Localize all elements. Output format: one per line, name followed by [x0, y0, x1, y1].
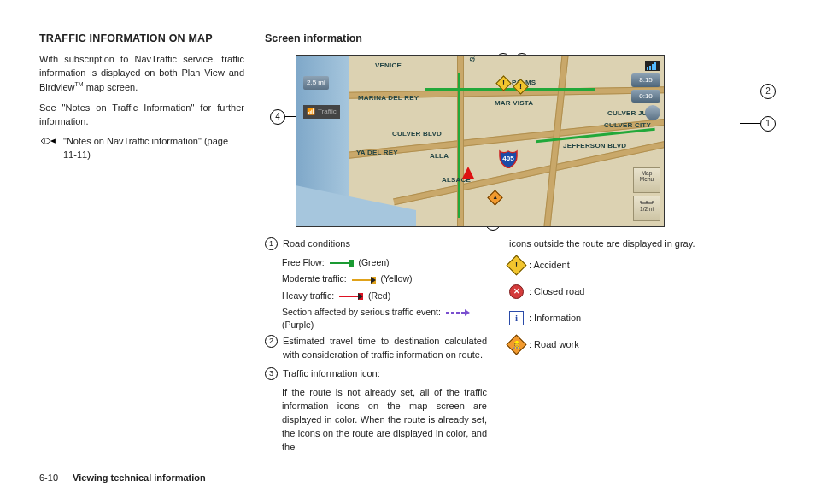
map-scale-button[interactable]: 1/2mi	[633, 196, 660, 221]
map-label-marvista: MAR VISTA	[495, 98, 533, 108]
paragraph-intro: With subscription to NavTraffic service,…	[39, 53, 244, 94]
compass-icon	[645, 105, 660, 120]
legend-closed-road: ✕ : Closed road	[509, 284, 776, 299]
callout-1: 1	[760, 116, 776, 132]
paragraph-see-notes: See "Notes on Traffic Information" for f…	[39, 102, 244, 129]
page-number: 6-10	[39, 472, 58, 483]
scale-bar-icon	[640, 198, 654, 205]
legend-serious: Section affected by serious traffic even…	[282, 306, 487, 331]
svg-text:405: 405	[502, 155, 514, 162]
cross-reference-text: "Notes on NavTraffic information" (page …	[63, 135, 244, 162]
legend-area: 1 Road conditions Free Flow: (Green) Mod…	[265, 237, 776, 458]
page-footer: 6-10 Viewing technical information	[39, 472, 206, 485]
map-eta-time: 0:10	[631, 90, 660, 103]
signal-icon	[645, 61, 660, 71]
legend-item-2: 2 Estimated travel time to destination c…	[265, 335, 487, 362]
legend-free-flow: Free Flow: (Green)	[282, 256, 487, 269]
section-title: Viewing technical information	[73, 472, 206, 483]
heading-screen-info: Screen information	[265, 31, 776, 46]
legend-information: i : Information	[509, 311, 776, 325]
map-figure: 3 3 2 1 4 3	[265, 55, 776, 227]
map-label-yadelrey: YA DEL REY	[356, 148, 398, 158]
map-traffic-badge: 📶 Traffic	[303, 105, 340, 119]
right-column: Screen information 3 3 2 1 4 3	[265, 31, 776, 458]
closed-road-icon: ✕	[509, 284, 524, 299]
map-label-sspring: S. SPRING	[467, 55, 484, 62]
information-icon: i	[509, 311, 524, 325]
callout-4: 4	[270, 109, 285, 125]
legend-continuation: icons outside the route are displayed in…	[509, 237, 776, 251]
legend-item-3-body: If the route is not already set, all of …	[282, 386, 487, 454]
map-label-alla: ALLA	[430, 151, 449, 161]
map-roadwork-icon: ▲	[487, 190, 502, 205]
callout-2: 2	[760, 84, 776, 99]
manual-page: TRAFFIC INFORMATION ON MAP With subscrip…	[0, 0, 815, 504]
heading-traffic-info: TRAFFIC INFORMATION ON MAP	[39, 31, 244, 46]
antenna-icon: 📶	[307, 107, 315, 117]
map-label-culvercity: CULVER CITY	[604, 120, 651, 131]
map-label-jefferson: JEFFERSON BLVD	[563, 141, 626, 151]
map-bottom-right-stack: Map Menu 1/2mi	[633, 167, 660, 221]
map-eta-distance: 8:15	[631, 73, 660, 87]
nav-map-screen: VENICE MARINA DEL REY YA DEL REY PALMS M…	[296, 55, 665, 227]
road-work-icon: 👷	[506, 335, 526, 355]
legend-moderate: Moderate traffic: (Yellow)	[282, 273, 487, 285]
map-label-marina: MARINA DEL REY	[358, 93, 419, 103]
map-label-venice: VENICE	[375, 61, 402, 71]
legend-heavy: Heavy traffic: (Red)	[282, 290, 487, 302]
pointer-icon	[39, 135, 58, 147]
highway-shield-icon: 405	[498, 148, 519, 168]
map-menu-button[interactable]: Map Menu	[633, 167, 660, 193]
legend-road-work: 👷 : Road work	[509, 337, 776, 352]
accident-icon: !	[506, 255, 526, 276]
trademark-symbol: TM	[75, 81, 84, 87]
legend-item-3: 3 Traffic information icon:	[265, 367, 487, 381]
legend-accident: ! : Accident	[509, 258, 776, 273]
vehicle-cursor-icon	[462, 167, 474, 179]
map-top-right-stack: 8:15 0:10	[631, 61, 660, 120]
map-scale-badge: 2.5 mi	[303, 76, 329, 90]
left-column: TRAFFIC INFORMATION ON MAP With subscrip…	[39, 31, 244, 458]
map-label-culverblvd: CULVER BLVD	[392, 129, 442, 139]
legend-item-1: 1 Road conditions	[265, 237, 487, 251]
cross-reference: "Notes on NavTraffic information" (page …	[39, 135, 244, 162]
